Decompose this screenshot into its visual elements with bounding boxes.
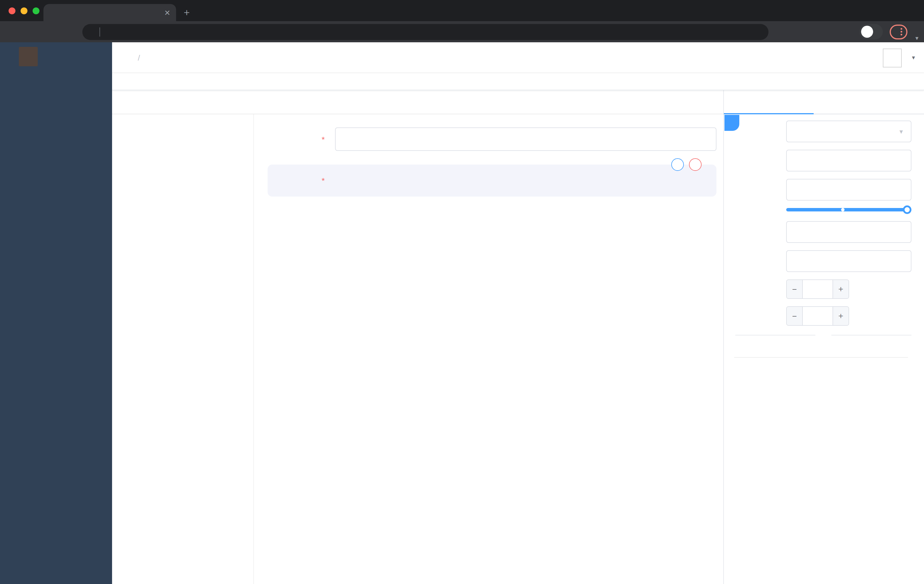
window-controls[interactable] xyxy=(8,7,40,14)
canvas-field-gender-selected[interactable] xyxy=(267,165,716,197)
browser-tab[interactable]: ✕ xyxy=(43,4,176,21)
plus-button[interactable]: ＋ xyxy=(833,307,848,325)
browser-update-button[interactable] xyxy=(890,24,908,39)
min-select-value[interactable] xyxy=(803,280,833,298)
address-bar[interactable] xyxy=(82,24,769,40)
tab-close-icon[interactable]: ✕ xyxy=(164,8,170,17)
component-type-select[interactable]: ▼ xyxy=(786,120,911,142)
link-tab[interactable] xyxy=(724,115,739,131)
new-tab-button[interactable]: ＋ xyxy=(182,6,191,19)
minus-button[interactable]: − xyxy=(787,307,803,325)
gender-field-label xyxy=(267,176,327,185)
min-select-stepper[interactable]: − ＋ xyxy=(786,280,849,299)
sidebar xyxy=(0,42,112,584)
default-value-input[interactable] xyxy=(786,250,911,272)
phone-field-label xyxy=(267,135,327,144)
chevron-down-icon: ▼ xyxy=(898,128,904,135)
plus-button[interactable]: ＋ xyxy=(833,280,848,298)
logo-avatar xyxy=(19,47,38,66)
avatar[interactable] xyxy=(883,48,902,67)
canvas-field-phone[interactable] xyxy=(267,127,716,151)
minus-button[interactable]: − xyxy=(787,280,803,298)
sidebar-logo[interactable] xyxy=(0,42,112,71)
tab-form-props[interactable] xyxy=(824,90,924,114)
options-divider xyxy=(735,335,911,336)
title-input[interactable] xyxy=(786,179,911,201)
browser-toolbar: ▼ xyxy=(0,21,924,42)
zoom-window-button[interactable] xyxy=(33,7,40,14)
grid-slider[interactable] xyxy=(786,208,907,211)
minimize-window-button[interactable] xyxy=(21,7,28,14)
delete-field-button[interactable] xyxy=(689,158,701,171)
tab-component-props[interactable] xyxy=(724,90,824,114)
designer-header xyxy=(112,90,723,114)
close-window-button[interactable] xyxy=(8,7,15,14)
toolbar-caret-icon[interactable]: ▼ xyxy=(914,35,919,41)
max-select-value[interactable] xyxy=(803,307,833,325)
duplicate-field-button[interactable] xyxy=(671,158,684,171)
browser-menu-icon[interactable] xyxy=(901,28,902,35)
phone-input[interactable] xyxy=(335,127,716,151)
form-canvas[interactable] xyxy=(254,114,723,584)
max-select-stepper[interactable]: − ＋ xyxy=(786,306,849,326)
incognito-badge xyxy=(860,24,883,39)
tags-bar xyxy=(112,73,924,90)
component-palette xyxy=(112,114,254,584)
field-name-input[interactable] xyxy=(786,150,911,171)
properties-panel: ▼ xyxy=(723,90,924,584)
app-header: / ▼ xyxy=(112,42,924,73)
slider-handle[interactable] xyxy=(903,206,911,214)
incognito-icon xyxy=(861,26,873,38)
avatar-caret-icon[interactable]: ▼ xyxy=(911,55,916,61)
browser-tabstrip: ✕ ＋ xyxy=(0,0,924,21)
divider xyxy=(734,357,908,358)
label-width-input[interactable] xyxy=(786,221,911,243)
breadcrumb: / xyxy=(133,53,145,62)
